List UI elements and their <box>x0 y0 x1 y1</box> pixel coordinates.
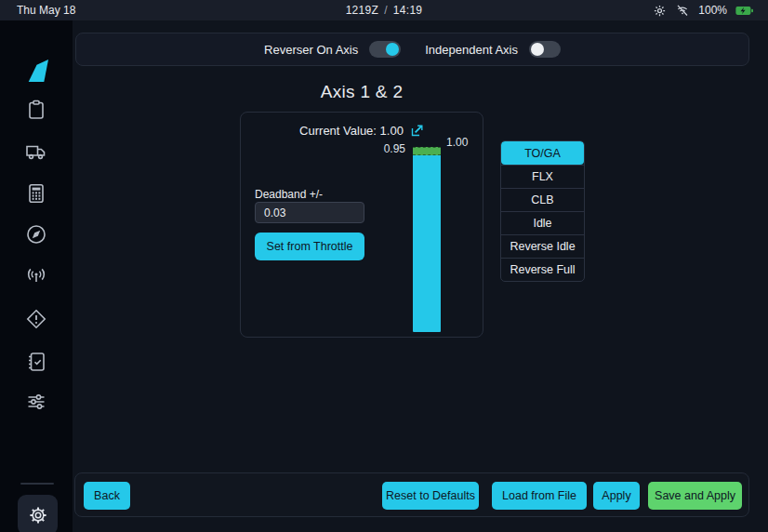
broadcast-icon[interactable] <box>25 264 47 286</box>
airline-logo-icon[interactable] <box>24 60 48 82</box>
bar-high-label: 1.00 <box>446 136 468 149</box>
sidebar-divider <box>20 483 54 485</box>
detent-reverse-idle[interactable]: Reverse Idle <box>501 234 584 258</box>
independent-axis-label: Independent Axis <box>425 43 518 57</box>
edit-value-icon[interactable] <box>410 124 424 138</box>
time-separator: / <box>378 4 393 17</box>
battery-percent: 100% <box>698 4 727 17</box>
apply-button[interactable]: Apply <box>593 482 640 510</box>
back-button[interactable]: Back <box>84 482 130 510</box>
reverser-on-axis-group: Reverser On Axis <box>264 41 401 58</box>
deadband-input[interactable] <box>255 202 364 223</box>
gear-icon <box>28 505 48 525</box>
sidebar-settings-button[interactable] <box>18 495 58 532</box>
independent-axis-group: Independent Axis <box>425 41 561 58</box>
reverser-on-axis-toggle[interactable] <box>369 41 401 58</box>
footer-action-bar: Back Reset to Defaults Load from File Ap… <box>74 472 749 517</box>
toggle-knob <box>386 43 399 56</box>
detent-flx[interactable]: FLX <box>501 165 584 188</box>
detent-clb[interactable]: CLB <box>501 188 584 211</box>
detent-list: TO/GA FLX CLB Idle Reverse Idle Reverse … <box>500 140 585 282</box>
bar-low-label: 0.95 <box>346 142 405 155</box>
deadband-label: Deadband +/- <box>255 188 323 201</box>
current-value-label: Current Value: 1.00 <box>299 124 404 138</box>
reset-to-defaults-button[interactable]: Reset to Defaults <box>382 482 479 510</box>
warning-diamond-icon[interactable] <box>25 308 47 330</box>
detent-reverse-full[interactable]: Reverse Full <box>501 258 584 281</box>
independent-axis-toggle[interactable] <box>529 41 561 58</box>
sliders-icon[interactable] <box>25 391 47 413</box>
axis-calibration-panel: Current Value: 1.00 0.95 1.00 Deadband +… <box>240 112 483 338</box>
page-title: Axis 1 & 2 <box>240 82 483 102</box>
deadband-zone <box>413 147 441 155</box>
wifi-off-icon <box>675 4 690 18</box>
truck-icon[interactable] <box>25 140 47 163</box>
settings-gear-icon[interactable] <box>653 4 667 18</box>
calculator-icon[interactable] <box>25 182 47 205</box>
toggle-knob <box>531 43 544 56</box>
detent-toga[interactable]: TO/GA <box>501 141 584 165</box>
status-bar: Thu May 18 1219Z/14:19 100% <box>0 0 768 20</box>
detent-idle[interactable]: Idle <box>501 211 584 234</box>
load-from-file-button[interactable]: Load from File <box>492 482 587 510</box>
sidebar-nav <box>0 20 73 532</box>
compass-icon[interactable] <box>25 223 47 246</box>
axis-options-panel: Reverser On Axis Independent Axis <box>75 33 749 66</box>
set-from-throttle-button[interactable]: Set from Throttle <box>255 233 364 260</box>
axis-value-bar <box>413 147 441 332</box>
local-time: 14:19 <box>393 4 423 17</box>
save-and-apply-button[interactable]: Save and Apply <box>648 482 742 510</box>
reverser-on-axis-label: Reverser On Axis <box>264 43 358 57</box>
utc-time: 1219Z <box>346 4 379 17</box>
app-screen: Thu May 18 1219Z/14:19 100% <box>0 0 768 532</box>
battery-charging-icon <box>735 5 753 17</box>
checklist-icon[interactable] <box>25 351 47 373</box>
clipboard-icon[interactable] <box>25 99 47 121</box>
